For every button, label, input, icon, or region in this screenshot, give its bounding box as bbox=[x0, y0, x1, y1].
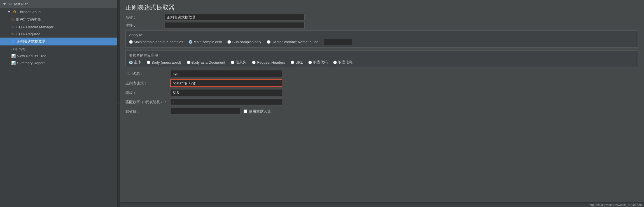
apply-sub-only[interactable]: Sub-samples only bbox=[227, 40, 261, 44]
threadgroup-icon: ⚙ bbox=[13, 10, 17, 14]
rf-req-headers-radio[interactable] bbox=[252, 61, 256, 64]
use-default-checkbox[interactable] bbox=[244, 109, 247, 113]
apply-to-options: Main sample and sub-samples Main sample … bbox=[129, 39, 635, 45]
rf-body-doc[interactable]: Body as a Document bbox=[187, 60, 225, 65]
regex-input[interactable] bbox=[170, 79, 282, 87]
status-url: http://tlfbig.gzsdri.net/weixiti_4098363… bbox=[589, 203, 642, 206]
main-panel: 正则表达式提取器 名称： 注释： Apply to: Main sample a… bbox=[120, 0, 644, 207]
comment-input[interactable] bbox=[165, 22, 305, 29]
sidebar-item-label: 用户定义的变量 bbox=[16, 17, 41, 22]
sidebar-item-label: HTTP Request bbox=[16, 32, 40, 36]
sys-icon: ⟨⟩ bbox=[11, 47, 14, 51]
use-default-label: 使用空默认值 bbox=[249, 109, 271, 114]
regex-label: 正则表达式： bbox=[125, 81, 170, 86]
match-count-input[interactable] bbox=[170, 98, 282, 105]
apply-main-only-radio[interactable] bbox=[189, 40, 192, 44]
apply-jmeter-var-radio[interactable] bbox=[267, 40, 270, 44]
vars-icon: ✎ bbox=[11, 18, 14, 22]
template-input[interactable] bbox=[170, 89, 282, 96]
ref-name-label: 引用名称： bbox=[125, 71, 170, 76]
name-row: 名称： bbox=[125, 14, 638, 20]
sidebar-item-http-request[interactable]: ✎ HTTP Request bbox=[0, 31, 117, 38]
rf-info-header-radio[interactable] bbox=[231, 61, 234, 64]
sidebar-item-regex-extractor[interactable]: 正则表达式提取器 bbox=[0, 38, 117, 45]
name-input[interactable] bbox=[165, 14, 305, 20]
rf-resp-code[interactable]: 响应代码 bbox=[308, 60, 328, 65]
comment-label: 注释： bbox=[125, 23, 165, 28]
sidebar-item-test-plan[interactable]: ⚙ Test Plan bbox=[0, 0, 117, 8]
default-val-label: 缺省值： bbox=[125, 109, 170, 114]
sidebar-item-label: 正则表达式提取器 bbox=[17, 39, 46, 44]
template-row: 模板： bbox=[125, 89, 638, 96]
panel-title: 正则表达式提取器 bbox=[120, 0, 644, 14]
regex-row: 正则表达式： bbox=[125, 79, 638, 87]
apply-jmeter-var[interactable]: JMeter Variable Name to use bbox=[267, 40, 318, 44]
sidebar-item-label: Test Plan bbox=[13, 2, 28, 6]
apply-to-label: Apply to: bbox=[129, 33, 635, 37]
apply-main-only[interactable]: Main sample only bbox=[189, 40, 222, 44]
rf-info-header[interactable]: 信息头 bbox=[231, 60, 246, 65]
extractor-icon bbox=[11, 40, 15, 43]
sidebar-item-label: Summary Report bbox=[17, 61, 45, 65]
response-field-group: 要检查的响应字段 主体 Body (unescaped) Body as a D… bbox=[125, 50, 638, 67]
rf-body-doc-radio[interactable] bbox=[187, 61, 190, 64]
rf-resp-code-radio[interactable] bbox=[308, 61, 312, 64]
response-field-label: 要检查的响应字段 bbox=[129, 53, 635, 58]
rf-resp-msg[interactable]: 响应信息 bbox=[333, 60, 353, 65]
sidebar-item-label: HTTP Header Manager bbox=[16, 25, 53, 29]
rf-info-header-label: 信息头 bbox=[235, 60, 246, 65]
triangle-down-icon2 bbox=[7, 9, 12, 14]
rf-req-headers[interactable]: Request Headers bbox=[252, 60, 285, 65]
header-icon: ✎ bbox=[11, 25, 14, 29]
rf-url[interactable]: URL bbox=[291, 60, 303, 65]
rf-body-unescaped-label: Body (unescaped) bbox=[151, 60, 181, 65]
comment-row: 注释： bbox=[125, 22, 638, 29]
rf-body-doc-label: Body as a Document bbox=[192, 60, 225, 65]
rf-url-label: URL bbox=[295, 60, 303, 65]
rf-body-label: 主体 bbox=[134, 60, 141, 65]
status-bar: http://tlfbig.gzsdri.net/weixiti_4098363… bbox=[120, 202, 644, 207]
form-area: 名称： 注释： Apply to: Main sample and sub-sa… bbox=[120, 14, 644, 202]
template-label: 模板： bbox=[125, 90, 170, 95]
apply-sub-only-radio[interactable] bbox=[227, 40, 231, 44]
rf-url-radio[interactable] bbox=[291, 61, 294, 64]
sidebar-item-label: View Results Tree bbox=[17, 54, 46, 58]
default-val-input[interactable] bbox=[170, 108, 240, 115]
rf-resp-msg-label: 响应信息 bbox=[338, 60, 353, 65]
apply-main-sub-radio[interactable] bbox=[129, 40, 133, 44]
apply-sub-only-label: Sub-samples only bbox=[232, 40, 261, 44]
ref-name-row: 引用名称： bbox=[125, 70, 638, 77]
sidebar-item-summary[interactable]: 📊 Summary Report bbox=[0, 59, 117, 66]
ref-name-input[interactable] bbox=[170, 70, 282, 77]
use-default-label-wrap[interactable]: 使用空默认值 bbox=[244, 109, 271, 114]
default-val-row: 缺省值： 使用空默认值 bbox=[125, 108, 638, 115]
rf-body-unescaped[interactable]: Body (unescaped) bbox=[147, 60, 181, 65]
name-label: 名称： bbox=[125, 15, 165, 20]
sidebar-resize-handle[interactable] bbox=[118, 0, 120, 207]
apply-to-group: Apply to: Main sample and sub-samples Ma… bbox=[125, 30, 638, 48]
triangle-down-icon bbox=[2, 1, 7, 6]
jmeter-var-input[interactable] bbox=[324, 39, 352, 45]
sidebar-item-view-results[interactable]: 📊 View Results Tree bbox=[0, 52, 117, 59]
rf-body-radio[interactable] bbox=[129, 61, 133, 64]
rf-resp-msg-radio[interactable] bbox=[333, 61, 337, 64]
apply-jmeter-var-label: JMeter Variable Name to use bbox=[272, 40, 318, 44]
summary-icon: 📊 bbox=[11, 61, 16, 65]
sidebar-item-sys[interactable]: ⟨⟩ ${sys} bbox=[0, 45, 117, 52]
rf-body[interactable]: 主体 bbox=[129, 60, 141, 65]
sidebar-item-http-header[interactable]: ✎ HTTP Header Manager bbox=[0, 24, 117, 31]
match-count-row: 匹配数字（0代表随机）： bbox=[125, 98, 638, 105]
rf-req-headers-label: Request Headers bbox=[257, 60, 285, 65]
rf-body-unescaped-radio[interactable] bbox=[147, 61, 150, 64]
rf-resp-code-label: 响应代码 bbox=[313, 60, 328, 65]
response-field-options: 主体 Body (unescaped) Body as a Document 信… bbox=[129, 60, 635, 65]
sidebar-item-thread-group[interactable]: ⚙ Thread Group bbox=[0, 8, 117, 16]
apply-main-sub[interactable]: Main sample and sub-samples bbox=[129, 40, 183, 44]
sidebar-item-user-vars[interactable]: ✎ 用户定义的变量 bbox=[0, 16, 117, 24]
sidebar-item-label: ${sys} bbox=[15, 47, 25, 51]
sidebar: ⚙ Test Plan ⚙ Thread Group ✎ 用户定义的变量 ✎ H… bbox=[0, 0, 118, 207]
testplan-icon: ⚙ bbox=[8, 2, 12, 6]
match-count-label: 匹配数字（0代表随机）： bbox=[125, 100, 170, 105]
request-icon: ✎ bbox=[11, 32, 14, 36]
apply-main-sub-label: Main sample and sub-samples bbox=[134, 40, 183, 44]
